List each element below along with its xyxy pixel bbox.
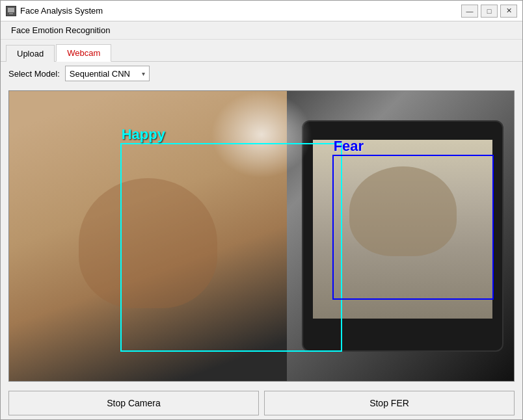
svg-rect-1 [8,8,14,12]
minimize-button[interactable]: — [461,5,478,18]
tabs-bar: Upload Webcam [1,40,522,62]
tab-webcam[interactable]: Webcam [56,44,111,62]
menu-bar: Face Emotion Recognition [1,21,522,40]
toolbar: Select Model: Sequential CNN ▾ [1,62,522,85]
dropdown-arrow-icon: ▾ [142,70,145,77]
face-bbox-person: Happy [120,143,342,352]
stop-camera-button[interactable]: Stop Camera [8,391,259,415]
title-bar: Face Analysis System — □ ✕ [1,1,522,21]
detection-label-fear: Fear [334,138,364,155]
face-bbox-phone: Fear [332,155,494,300]
model-select-dropdown[interactable]: Sequential CNN ▾ [65,66,150,81]
maximize-button[interactable]: □ [481,5,498,18]
svg-rect-2 [9,13,13,14]
detection-label-happy: Happy [122,126,165,143]
window-controls: — □ ✕ [461,5,517,18]
model-selected-value: Sequential CNN [70,69,139,79]
model-label: Select Model: [8,69,60,79]
camera-view: Happy Fear [8,90,515,382]
bottom-buttons: Stop Camera Stop FER [1,387,522,419]
stop-fer-button[interactable]: Stop FER [264,391,515,415]
menu-face-emotion[interactable]: Face Emotion Recognition [6,24,115,36]
app-icon [6,6,16,16]
tab-upload[interactable]: Upload [6,45,55,62]
close-button[interactable]: ✕ [500,5,517,18]
window-title: Face Analysis System [20,6,461,16]
main-window: Face Analysis System — □ ✕ Face Emotion … [0,0,523,420]
